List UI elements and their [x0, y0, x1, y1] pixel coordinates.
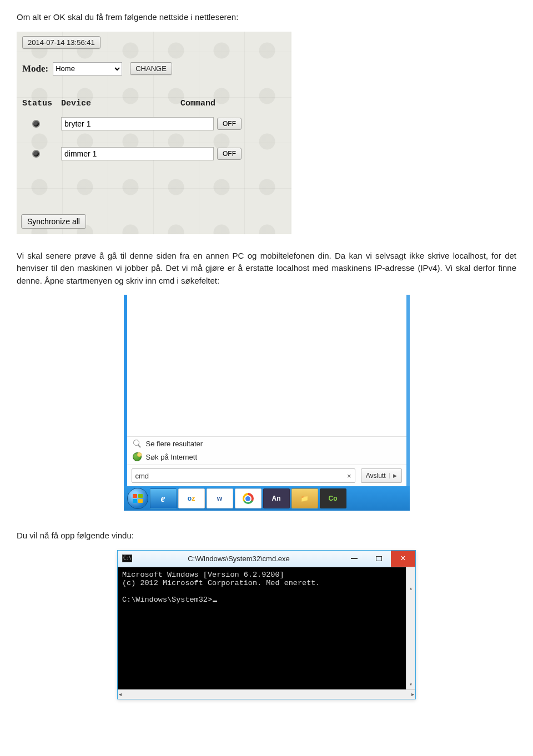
cmd-window: C:\Windows\System32\cmd.exe × Microsoft …: [117, 550, 416, 699]
col-device: Device: [61, 99, 180, 108]
status-dot-icon: [32, 150, 40, 158]
device-row: OFF: [22, 147, 286, 160]
cmd-app-icon: [122, 555, 132, 562]
device-off-button[interactable]: OFF: [217, 148, 242, 160]
search-value: cmd: [135, 472, 348, 480]
home-automation-screenshot: 2014-07-14 13:56:41 Mode: Home CHANGE St…: [17, 32, 291, 234]
col-status: Status: [22, 99, 61, 108]
horizontal-scrollbar[interactable]: ◂ ▸: [118, 689, 415, 699]
scroll-left-icon[interactable]: ◂: [119, 691, 122, 697]
shutdown-button[interactable]: Avslutt ▶: [361, 468, 402, 483]
shutdown-label: Avslutt: [366, 472, 386, 480]
col-command: Command: [180, 99, 286, 108]
mode-label: Mode:: [22, 63, 48, 74]
outlook-icon[interactable]: oz: [178, 488, 205, 508]
word-icon[interactable]: w: [207, 488, 233, 508]
vertical-scrollbar[interactable]: ▴ ▾: [406, 567, 415, 689]
body-paragraph: Vi skal senere prøve å gå til denne side…: [17, 250, 516, 288]
synchronize-all-button[interactable]: Synchronize all: [21, 214, 86, 229]
closing-paragraph: Du vil nå få opp følgende vindu:: [17, 530, 516, 542]
start-search-input[interactable]: cmd ×: [132, 468, 355, 483]
console-line: (c) 2012 Microsoft Corporation. Med ener…: [122, 579, 320, 587]
intro-paragraph-1: Om alt er OK skal du få frem følgende ne…: [17, 11, 516, 24]
scroll-right-icon[interactable]: ▸: [411, 691, 414, 697]
console-line: Microsoft Windows [Version 6.2.9200]: [122, 571, 284, 579]
close-button[interactable]: ×: [391, 551, 415, 567]
animate-icon[interactable]: An: [263, 488, 290, 508]
start-orb-icon[interactable]: [127, 488, 148, 509]
taskbar: e oz w An 📁 Co: [124, 486, 410, 511]
search-internet-label: Søk på Internett: [146, 453, 198, 461]
device-row: OFF: [22, 117, 286, 130]
console-body[interactable]: Microsoft Windows [Version 6.2.9200] (c)…: [118, 567, 415, 689]
search-internet[interactable]: Søk på Internett: [127, 450, 406, 463]
chevron-right-icon[interactable]: ▶: [389, 473, 397, 478]
globe-icon: [133, 452, 142, 461]
see-more-label: Se flere resultater: [146, 440, 203, 448]
scroll-down-icon[interactable]: ▾: [406, 680, 415, 689]
title-bar: C:\Windows\System32\cmd.exe ×: [118, 551, 415, 567]
file-explorer-icon[interactable]: 📁: [291, 488, 318, 508]
start-menu-screenshot: Se flere resultater Søk på Internett cmd…: [124, 295, 410, 511]
cursor-icon: [213, 601, 217, 602]
device-name-input[interactable]: [61, 117, 214, 130]
scroll-up-icon[interactable]: ▴: [406, 584, 415, 593]
clear-search-icon[interactable]: ×: [347, 472, 351, 480]
minimize-button[interactable]: [342, 551, 366, 567]
console-prompt: C:\Windows\System32>: [122, 596, 212, 604]
change-button[interactable]: CHANGE: [130, 62, 172, 75]
window-title: C:\Windows\System32\cmd.exe: [135, 555, 342, 563]
search-icon: [133, 439, 142, 448]
start-menu-blank-area: [127, 295, 406, 436]
co-app-icon[interactable]: Co: [320, 488, 346, 508]
device-off-button[interactable]: OFF: [217, 118, 242, 130]
timestamp-button[interactable]: 2014-07-14 13:56:41: [22, 36, 100, 49]
maximize-button[interactable]: [366, 551, 391, 567]
see-more-results[interactable]: Se flere resultater: [127, 437, 406, 450]
chrome-icon[interactable]: [235, 488, 262, 508]
ie-icon[interactable]: e: [150, 488, 177, 508]
device-name-input[interactable]: [61, 147, 214, 160]
mode-select[interactable]: Home: [53, 62, 122, 75]
status-dot-icon: [32, 120, 40, 128]
